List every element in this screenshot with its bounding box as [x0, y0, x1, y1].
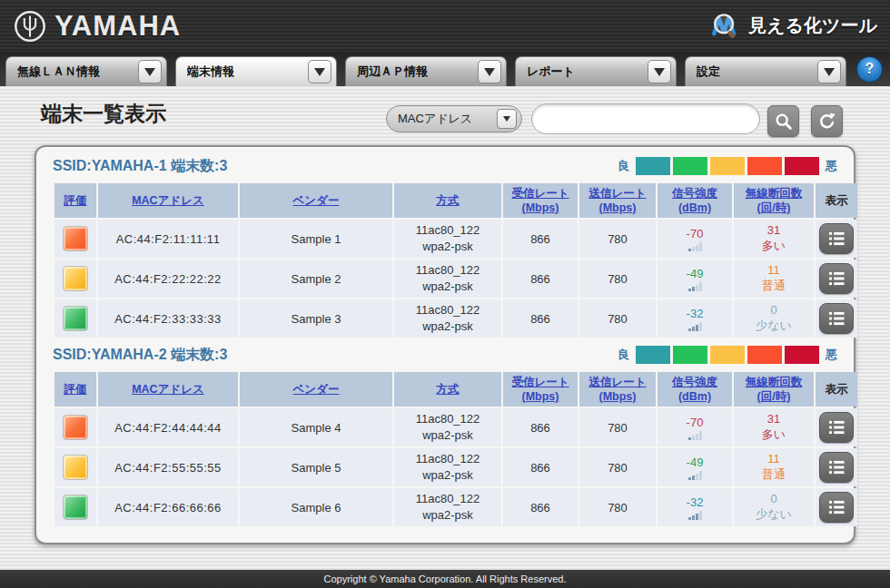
nav-tab[interactable]: 周辺ＡＰ情報 — [345, 56, 507, 86]
legend-swatch — [673, 157, 707, 175]
detail-cell — [816, 299, 857, 338]
legend-good-label: 良 — [618, 347, 629, 363]
vendor: Sample 1 — [240, 220, 392, 258]
column-header[interactable]: 無線断回数(回/時) — [734, 372, 814, 407]
column-header[interactable]: ベンダー — [240, 183, 392, 218]
nav-tab[interactable]: 端末情報 — [175, 56, 337, 86]
tx-rate: 780 — [579, 488, 656, 526]
signal-bars-icon — [659, 282, 730, 291]
column-header[interactable]: 方式 — [394, 372, 501, 407]
rating-cell — [54, 448, 96, 486]
drops-label: 多い — [736, 239, 812, 254]
search-input[interactable] — [531, 103, 760, 134]
signal-bar — [696, 474, 698, 480]
column-header[interactable]: 送信レート(Mbps) — [579, 183, 656, 218]
drops-value: 31 — [736, 412, 812, 427]
detail-button[interactable] — [819, 412, 854, 443]
search-button[interactable] — [767, 105, 799, 137]
signal-value: -49 — [659, 456, 730, 469]
signal-value: -70 — [659, 227, 730, 240]
search-filter-selected: MACアドレス — [398, 111, 472, 127]
signal-value: -32 — [659, 307, 730, 320]
column-header[interactable]: 信号強度(dBm) — [658, 183, 732, 218]
nav-tab[interactable]: 無線ＬＡＮ情報 — [5, 56, 167, 86]
signal-bar — [688, 328, 691, 331]
detail-cell — [816, 220, 857, 258]
signal-bar — [699, 242, 702, 251]
column-header[interactable]: 受信レート(Mbps) — [503, 372, 578, 407]
vendor: Sample 4 — [240, 408, 392, 446]
column-header[interactable]: 信号強度(dBm) — [658, 372, 732, 407]
detail-button[interactable] — [819, 263, 854, 294]
top-header: YAMAHA 見える化ツール — [0, 0, 890, 52]
table-row: AC:44:F2:11:11:11 Sample 1 11ac80_122wpa… — [54, 220, 857, 258]
table-header-row: 評価MACアドレスベンダー方式受信レート(Mbps)送信レート(Mbps)信号強… — [54, 183, 857, 218]
table-header-row: 評価MACアドレスベンダー方式受信レート(Mbps)送信レート(Mbps)信号強… — [54, 372, 857, 407]
table-row: AC:44:F2:22:22:22 Sample 2 11ac80_122wpa… — [54, 260, 857, 298]
column-header[interactable]: 送信レート(Mbps) — [579, 372, 656, 407]
legend: 良 悪 — [618, 346, 837, 364]
signal-cell: -70 — [658, 220, 732, 258]
signal-bar — [692, 515, 695, 520]
detail-button[interactable] — [819, 223, 854, 254]
signal-cell: -49 — [658, 448, 732, 486]
signal-bar — [699, 471, 702, 480]
signal-bars-icon — [659, 511, 730, 520]
detail-button[interactable] — [819, 303, 854, 334]
signal-bar — [696, 245, 698, 251]
rating-cell — [54, 260, 96, 298]
table-row: AC:44:F2:66:66:66 Sample 6 11ac80_122wpa… — [54, 488, 857, 526]
drops-value: 31 — [736, 223, 812, 239]
chevron-down-icon[interactable] — [138, 60, 162, 83]
help-button[interactable]: ? — [856, 56, 883, 83]
drops-cell: 31 多い — [734, 408, 814, 446]
mac-address: AC:44:F2:22:22:22 — [98, 260, 238, 298]
column-header[interactable]: 受信レート(Mbps) — [503, 183, 578, 218]
signal-bar — [699, 511, 702, 520]
legend-good-label: 良 — [618, 158, 629, 174]
drops-label: 少ない — [736, 318, 812, 334]
refresh-button[interactable] — [811, 105, 843, 137]
chevron-down-icon[interactable] — [497, 109, 517, 129]
refresh-icon — [817, 112, 837, 132]
detail-button[interactable] — [819, 452, 854, 483]
rating-indicator — [63, 226, 88, 251]
drops-label: 多い — [736, 427, 812, 443]
rx-rate: 866 — [503, 299, 578, 338]
drops-cell: 11 普通 — [734, 260, 814, 298]
signal-bars-icon — [659, 242, 730, 251]
signal-cell: -32 — [658, 299, 732, 338]
rx-rate: 866 — [503, 448, 578, 486]
detail-button[interactable] — [819, 492, 854, 523]
nav-tab[interactable]: 設定 — [685, 56, 846, 86]
signal-value: -49 — [659, 267, 730, 280]
drops-cell: 31 多い — [734, 220, 814, 258]
legend-swatch — [710, 346, 745, 364]
magnifier-w-icon — [708, 10, 741, 43]
column-header[interactable]: MACアドレス — [98, 183, 238, 218]
nav-tab[interactable]: レポート — [515, 56, 677, 86]
drops-value: 11 — [736, 452, 812, 467]
detail-cell — [816, 488, 857, 526]
column-header[interactable]: ベンダー — [240, 372, 392, 407]
column-header[interactable]: 無線断回数(回/時) — [734, 183, 814, 218]
chevron-down-icon[interactable] — [478, 60, 501, 83]
rating-cell — [54, 408, 96, 446]
mode: 11ac80_122wpa2-psk — [394, 448, 501, 486]
rating-indicator — [63, 495, 88, 520]
column-header[interactable]: 評価 — [54, 183, 96, 218]
search-filter-dropdown[interactable]: MACアドレス — [386, 105, 522, 132]
chevron-down-icon[interactable] — [817, 60, 841, 83]
section-header: SSID:YAMAHA-2 端末数:3 良 悪 — [53, 339, 837, 370]
chevron-down-icon[interactable] — [308, 60, 331, 83]
tx-rate: 780 — [579, 448, 656, 486]
column-header[interactable]: MACアドレス — [98, 372, 238, 407]
mac-address: AC:44:F2:66:66:66 — [98, 488, 238, 526]
section-header: SSID:YAMAHA-1 端末数:3 良 悪 — [53, 151, 837, 181]
device-table: 評価MACアドレスベンダー方式受信レート(Mbps)送信レート(Mbps)信号強… — [53, 370, 859, 528]
chevron-down-icon[interactable] — [648, 60, 671, 83]
signal-bar — [699, 282, 702, 291]
column-header[interactable]: 方式 — [394, 183, 501, 218]
detail-cell — [816, 260, 857, 298]
column-header[interactable]: 評価 — [54, 372, 96, 407]
